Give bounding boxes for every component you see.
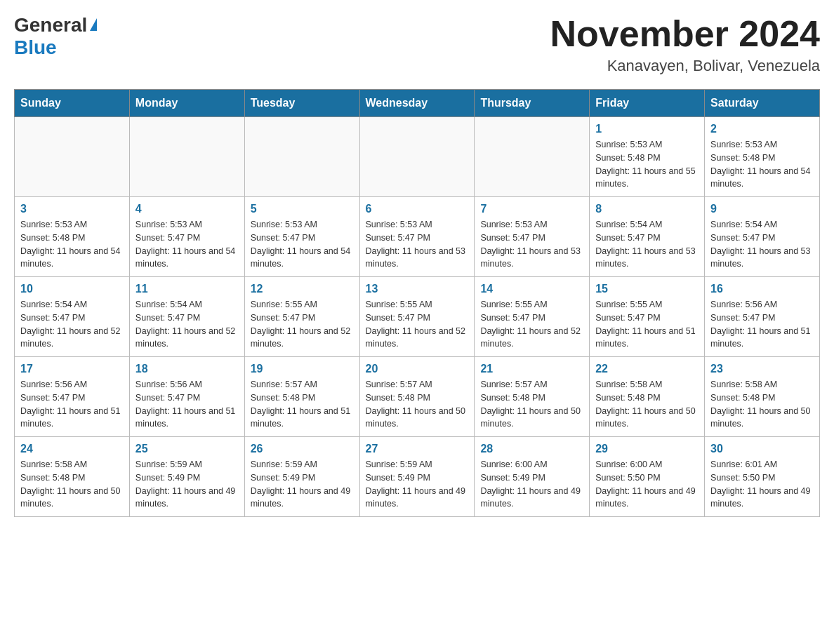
day-number: 19: [251, 363, 354, 375]
month-title: November 2024: [550, 14, 820, 54]
title-area: November 2024 Kanavayen, Bolivar, Venezu…: [550, 14, 820, 75]
day-number: 25: [135, 443, 239, 455]
day-number: 2: [710, 123, 814, 135]
day-info: Sunrise: 5:57 AM Sunset: 5:48 PM Dayligh…: [366, 378, 469, 431]
calendar-cell: 26Sunrise: 5:59 AM Sunset: 5:49 PM Dayli…: [244, 437, 359, 517]
day-info: Sunrise: 5:56 AM Sunset: 5:47 PM Dayligh…: [710, 298, 814, 351]
calendar-cell: 12Sunrise: 5:55 AM Sunset: 5:47 PM Dayli…: [244, 277, 359, 357]
calendar-cell: 19Sunrise: 5:57 AM Sunset: 5:48 PM Dayli…: [244, 357, 359, 437]
day-of-week-header: Thursday: [475, 90, 590, 117]
logo: General Blue: [14, 14, 97, 59]
calendar-cell: 27Sunrise: 5:59 AM Sunset: 5:49 PM Dayli…: [359, 437, 475, 517]
calendar-cell: 14Sunrise: 5:55 AM Sunset: 5:47 PM Dayli…: [475, 277, 590, 357]
day-of-week-header: Sunday: [15, 90, 130, 117]
calendar-cell: 7Sunrise: 5:53 AM Sunset: 5:47 PM Daylig…: [475, 197, 590, 277]
day-info: Sunrise: 5:55 AM Sunset: 5:47 PM Dayligh…: [480, 298, 583, 351]
calendar-cell: 22Sunrise: 5:58 AM Sunset: 5:48 PM Dayli…: [590, 357, 705, 437]
calendar-cell: 20Sunrise: 5:57 AM Sunset: 5:48 PM Dayli…: [359, 357, 475, 437]
day-number: 26: [251, 443, 354, 455]
day-info: Sunrise: 5:55 AM Sunset: 5:47 PM Dayligh…: [595, 298, 699, 351]
day-info: Sunrise: 5:54 AM Sunset: 5:47 PM Dayligh…: [710, 218, 814, 271]
day-info: Sunrise: 5:57 AM Sunset: 5:48 PM Dayligh…: [480, 378, 583, 431]
day-info: Sunrise: 5:59 AM Sunset: 5:49 PM Dayligh…: [135, 458, 239, 511]
day-number: 30: [710, 443, 814, 455]
day-info: Sunrise: 5:53 AM Sunset: 5:47 PM Dayligh…: [135, 218, 239, 271]
day-info: Sunrise: 5:59 AM Sunset: 5:49 PM Dayligh…: [366, 458, 469, 511]
day-info: Sunrise: 5:55 AM Sunset: 5:47 PM Dayligh…: [251, 298, 354, 351]
calendar-cell: 4Sunrise: 5:53 AM Sunset: 5:47 PM Daylig…: [129, 197, 244, 277]
calendar-cell: [475, 117, 590, 197]
day-number: 7: [480, 203, 583, 215]
calendar-header-row: SundayMondayTuesdayWednesdayThursdayFrid…: [15, 90, 820, 117]
day-info: Sunrise: 5:54 AM Sunset: 5:47 PM Dayligh…: [20, 298, 124, 351]
day-info: Sunrise: 5:58 AM Sunset: 5:48 PM Dayligh…: [595, 378, 699, 431]
calendar-cell: 1Sunrise: 5:53 AM Sunset: 5:48 PM Daylig…: [590, 117, 705, 197]
calendar-cell: 3Sunrise: 5:53 AM Sunset: 5:48 PM Daylig…: [15, 197, 130, 277]
day-number: 16: [710, 283, 814, 295]
day-number: 4: [135, 203, 239, 215]
calendar-cell: 6Sunrise: 5:53 AM Sunset: 5:47 PM Daylig…: [359, 197, 475, 277]
day-info: Sunrise: 5:53 AM Sunset: 5:47 PM Dayligh…: [251, 218, 354, 271]
day-number: 29: [595, 443, 699, 455]
calendar-cell: 29Sunrise: 6:00 AM Sunset: 5:50 PM Dayli…: [590, 437, 705, 517]
calendar-cell: 17Sunrise: 5:56 AM Sunset: 5:47 PM Dayli…: [15, 357, 130, 437]
calendar-cell: 28Sunrise: 6:00 AM Sunset: 5:49 PM Dayli…: [475, 437, 590, 517]
day-info: Sunrise: 5:53 AM Sunset: 5:47 PM Dayligh…: [366, 218, 469, 271]
calendar-week-row: 17Sunrise: 5:56 AM Sunset: 5:47 PM Dayli…: [15, 357, 820, 437]
day-of-week-header: Saturday: [705, 90, 820, 117]
calendar-cell: 2Sunrise: 5:53 AM Sunset: 5:48 PM Daylig…: [705, 117, 820, 197]
day-number: 24: [20, 443, 124, 455]
calendar-cell: [129, 117, 244, 197]
day-number: 21: [480, 363, 583, 375]
calendar-table: SundayMondayTuesdayWednesdayThursdayFrid…: [14, 89, 820, 517]
day-info: Sunrise: 5:54 AM Sunset: 5:47 PM Dayligh…: [135, 298, 239, 351]
day-number: 23: [710, 363, 814, 375]
day-info: Sunrise: 6:01 AM Sunset: 5:50 PM Dayligh…: [710, 458, 814, 511]
day-number: 18: [135, 363, 239, 375]
day-number: 10: [20, 283, 124, 295]
calendar-cell: 25Sunrise: 5:59 AM Sunset: 5:49 PM Dayli…: [129, 437, 244, 517]
day-number: 1: [595, 123, 699, 135]
calendar-cell: 8Sunrise: 5:54 AM Sunset: 5:47 PM Daylig…: [590, 197, 705, 277]
calendar-week-row: 10Sunrise: 5:54 AM Sunset: 5:47 PM Dayli…: [15, 277, 820, 357]
calendar-cell: 30Sunrise: 6:01 AM Sunset: 5:50 PM Dayli…: [705, 437, 820, 517]
day-info: Sunrise: 5:57 AM Sunset: 5:48 PM Dayligh…: [251, 378, 354, 431]
day-number: 11: [135, 283, 239, 295]
day-number: 17: [20, 363, 124, 375]
day-number: 6: [366, 203, 469, 215]
logo-blue-text: Blue: [14, 36, 57, 58]
day-info: Sunrise: 5:58 AM Sunset: 5:48 PM Dayligh…: [710, 378, 814, 431]
day-number: 22: [595, 363, 699, 375]
calendar-cell: 9Sunrise: 5:54 AM Sunset: 5:47 PM Daylig…: [705, 197, 820, 277]
calendar-cell: [359, 117, 475, 197]
day-info: Sunrise: 5:58 AM Sunset: 5:48 PM Dayligh…: [20, 458, 124, 511]
day-info: Sunrise: 5:59 AM Sunset: 5:49 PM Dayligh…: [251, 458, 354, 511]
day-info: Sunrise: 5:53 AM Sunset: 5:48 PM Dayligh…: [20, 218, 124, 271]
logo-triangle-icon: [90, 18, 97, 31]
calendar-cell: 21Sunrise: 5:57 AM Sunset: 5:48 PM Dayli…: [475, 357, 590, 437]
calendar-cell: 13Sunrise: 5:55 AM Sunset: 5:47 PM Dayli…: [359, 277, 475, 357]
calendar-cell: 18Sunrise: 5:56 AM Sunset: 5:47 PM Dayli…: [129, 357, 244, 437]
day-info: Sunrise: 6:00 AM Sunset: 5:49 PM Dayligh…: [480, 458, 583, 511]
day-of-week-header: Tuesday: [244, 90, 359, 117]
logo-general-text: General: [14, 14, 87, 36]
day-info: Sunrise: 5:53 AM Sunset: 5:47 PM Dayligh…: [480, 218, 583, 271]
day-info: Sunrise: 5:54 AM Sunset: 5:47 PM Dayligh…: [595, 218, 699, 271]
day-number: 28: [480, 443, 583, 455]
calendar-week-row: 1Sunrise: 5:53 AM Sunset: 5:48 PM Daylig…: [15, 117, 820, 197]
day-number: 9: [710, 203, 814, 215]
calendar-cell: 10Sunrise: 5:54 AM Sunset: 5:47 PM Dayli…: [15, 277, 130, 357]
day-of-week-header: Wednesday: [359, 90, 475, 117]
day-info: Sunrise: 6:00 AM Sunset: 5:50 PM Dayligh…: [595, 458, 699, 511]
day-info: Sunrise: 5:53 AM Sunset: 5:48 PM Dayligh…: [710, 138, 814, 191]
location-subtitle: Kanavayen, Bolivar, Venezuela: [550, 57, 820, 75]
day-info: Sunrise: 5:55 AM Sunset: 5:47 PM Dayligh…: [366, 298, 469, 351]
day-info: Sunrise: 5:53 AM Sunset: 5:48 PM Dayligh…: [595, 138, 699, 191]
day-number: 14: [480, 283, 583, 295]
day-number: 27: [366, 443, 469, 455]
day-number: 5: [251, 203, 354, 215]
calendar-cell: 11Sunrise: 5:54 AM Sunset: 5:47 PM Dayli…: [129, 277, 244, 357]
page-header: General Blue November 2024 Kanavayen, Bo…: [14, 14, 820, 75]
calendar-week-row: 24Sunrise: 5:58 AM Sunset: 5:48 PM Dayli…: [15, 437, 820, 517]
calendar-cell: [15, 117, 130, 197]
